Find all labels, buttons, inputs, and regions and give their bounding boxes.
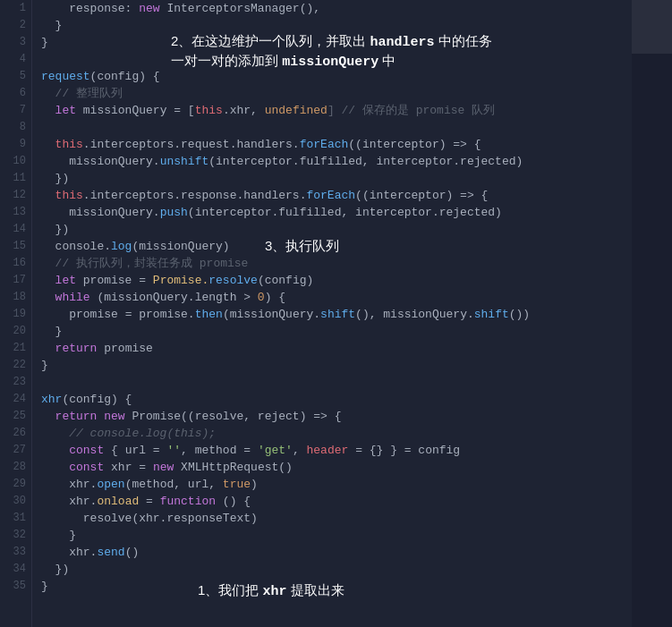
code-line: } (41, 527, 632, 544)
line-number: 10 (0, 153, 26, 170)
minimap-content (632, 0, 672, 627)
code-line: let promise = Promise.resolve(config) (41, 272, 632, 289)
line-number: 26 (0, 425, 26, 442)
line-number: 17 (0, 272, 26, 289)
code-line: resolve(xhr.responseText) (41, 510, 632, 527)
line-number: 20 (0, 323, 26, 340)
line-number: 33 (0, 544, 26, 561)
code-line: }) (41, 561, 632, 578)
line-number: 22 (0, 357, 26, 374)
code-line (41, 119, 632, 136)
code-line: request(config) { (41, 68, 632, 85)
line-number: 1 (0, 0, 26, 17)
code-line: console.log(missionQuery) (41, 238, 632, 255)
code-line: // 整理队列 (41, 85, 632, 102)
line-number: 23 (0, 374, 26, 391)
code-line: return new Promise((resolve, reject) => … (41, 408, 632, 425)
line-number: 2 (0, 17, 26, 34)
line-number: 12 (0, 187, 26, 204)
line-number: 35 (0, 578, 26, 595)
line-number: 13 (0, 204, 26, 221)
code-area: response: new InterceptorsManager(), }} … (32, 0, 632, 627)
code-line: } (41, 17, 632, 34)
code-line: } (41, 323, 632, 340)
code-line: missionQuery.unshift(interceptor.fulfill… (41, 153, 632, 170)
line-number: 4 (0, 51, 26, 68)
code-line: }) (41, 170, 632, 187)
line-number: 5 (0, 68, 26, 85)
code-line: xhr.open(method, url, true) (41, 476, 632, 493)
line-number: 14 (0, 221, 26, 238)
code-line (41, 374, 632, 391)
code-line: } (41, 357, 632, 374)
line-numbers: 1234567891011121314151617181920212223242… (0, 0, 32, 627)
code-line: const xhr = new XMLHttpRequest() (41, 459, 632, 476)
code-line: this.interceptors.request.handlers.forEa… (41, 136, 632, 153)
line-number: 28 (0, 459, 26, 476)
minimap (632, 0, 672, 627)
code-line: while (missionQuery.length > 0) { (41, 289, 632, 306)
line-number: 6 (0, 85, 26, 102)
line-number: 7 (0, 102, 26, 119)
code-line: xhr.send() (41, 544, 632, 561)
line-number: 3 (0, 34, 26, 51)
code-line: missionQuery.push(interceptor.fulfilled,… (41, 204, 632, 221)
line-number: 34 (0, 561, 26, 578)
line-number: 30 (0, 493, 26, 510)
code-line: response: new InterceptorsManager(), (41, 0, 632, 17)
code-line: // 执行队列，封装任务成 promise (41, 255, 632, 272)
code-line: } (41, 34, 632, 51)
code-line: xhr.onload = function () { (41, 493, 632, 510)
line-number: 15 (0, 238, 26, 255)
code-line (41, 51, 632, 68)
line-number: 31 (0, 510, 26, 527)
line-number: 29 (0, 476, 26, 493)
minimap-highlight (632, 0, 672, 54)
code-line: } (41, 578, 632, 595)
code-line: const { url = '', method = 'get', header… (41, 442, 632, 459)
line-number: 24 (0, 391, 26, 408)
line-number: 25 (0, 408, 26, 425)
line-number: 11 (0, 170, 26, 187)
line-number: 18 (0, 289, 26, 306)
line-number: 32 (0, 527, 26, 544)
line-number: 9 (0, 136, 26, 153)
code-line: xhr(config) { (41, 391, 632, 408)
line-number: 21 (0, 340, 26, 357)
code-line: return promise (41, 340, 632, 357)
code-line: // console.log(this); (41, 425, 632, 442)
code-line: promise = promise.then(missionQuery.shif… (41, 306, 632, 323)
line-number: 8 (0, 119, 26, 136)
line-number: 19 (0, 306, 26, 323)
editor-container: 1234567891011121314151617181920212223242… (0, 0, 672, 627)
line-number: 27 (0, 442, 26, 459)
line-number: 16 (0, 255, 26, 272)
code-line: this.interceptors.response.handlers.forE… (41, 187, 632, 204)
code-line: }) (41, 221, 632, 238)
code-line: let missionQuery = [this.xhr, undefined]… (41, 102, 632, 119)
